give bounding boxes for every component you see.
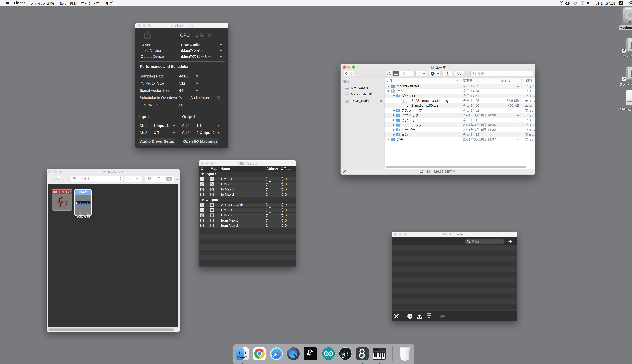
svg-text:p3: p3 xyxy=(342,350,348,358)
svg-text:i: i xyxy=(149,177,150,180)
svg-text:F: F xyxy=(630,68,632,79)
svg-text:F: F xyxy=(630,40,632,51)
